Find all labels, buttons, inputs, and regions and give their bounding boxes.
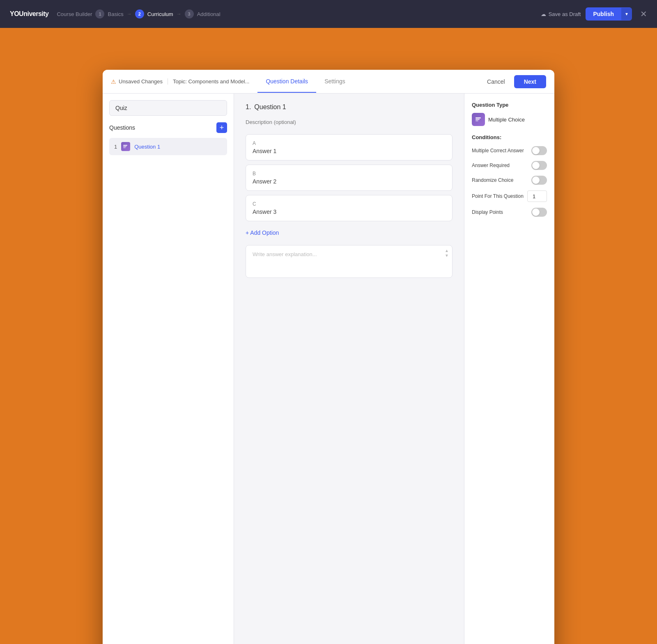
unsaved-label: Unsaved Changes — [119, 78, 163, 85]
randomize-choice-toggle[interactable] — [531, 176, 547, 185]
answer-text-a[interactable]: Answer 1 — [253, 148, 446, 154]
type-icon — [472, 113, 485, 126]
modal: ⚠ Unsaved Changes Topic: Components and … — [103, 70, 554, 644]
question-type-heading: Question Type — [472, 102, 547, 108]
randomize-choice-row: Randomize Choice — [472, 176, 547, 185]
save-draft-label: Save as Draft — [549, 11, 581, 17]
add-option-button[interactable]: + Add Option — [246, 225, 279, 240]
question-number-label: 1. — [246, 103, 251, 111]
publish-button[interactable]: Publish ▾ — [586, 7, 632, 21]
svg-rect-3 — [476, 117, 481, 119]
tab-question-details[interactable]: Question Details — [257, 71, 316, 93]
scroll-up-arrow[interactable]: ▲ — [445, 249, 449, 253]
quiz-label: Quiz — [109, 100, 227, 116]
modal-tabs: Question Details Settings — [257, 71, 477, 93]
point-row: Point For This Question — [472, 190, 547, 202]
next-button[interactable]: Next — [514, 75, 546, 88]
step-2-label: Curriculum — [147, 11, 173, 17]
sidebar: Quiz Questions + 1 Question 1 — [103, 94, 234, 644]
close-button[interactable]: ✕ — [640, 9, 647, 19]
svg-rect-5 — [476, 120, 478, 121]
scroll-arrows: ▲ ▼ — [445, 249, 449, 258]
modal-wrapper: ⚠ Unsaved Changes Topic: Components and … — [103, 37, 554, 644]
question-item-name: Question 1 — [134, 144, 160, 150]
topic-breadcrumb: Topic: Components and Model... — [168, 78, 249, 85]
warning-icon: ⚠ — [111, 78, 116, 85]
type-badge: Multiple Choice — [472, 113, 547, 126]
svg-rect-1 — [123, 146, 126, 147]
list-item[interactable]: 1 Question 1 — [109, 138, 227, 155]
answer-required-toggle[interactable] — [531, 161, 547, 170]
type-name: Multiple Choice — [488, 117, 525, 123]
publish-dropdown-arrow[interactable]: ▾ — [621, 8, 632, 20]
answer-letter-c: C — [253, 201, 446, 207]
step-3-num: 3 — [185, 9, 194, 18]
answer-letter-b: B — [253, 171, 446, 176]
step-3-label: Additional — [197, 11, 221, 17]
scroll-down-arrow[interactable]: ▼ — [445, 254, 449, 258]
answer-option-b: B Answer 2 — [246, 165, 453, 191]
multiple-correct-row: Multiple Correct Answer — [472, 146, 547, 155]
multiple-correct-toggle[interactable] — [531, 146, 547, 155]
description-input[interactable] — [246, 117, 453, 127]
logo-you: YOU — [10, 10, 23, 17]
top-bar: YOUniversity Course Builder 1 Basics → 2… — [0, 0, 657, 28]
answer-required-label: Answer Required — [472, 163, 531, 168]
publish-label: Publish — [586, 7, 621, 21]
question-editor: 1. A Answer 1 B Answer 2 C Answer 3 + — [234, 94, 464, 644]
svg-rect-4 — [476, 119, 480, 120]
questions-title: Questions — [109, 124, 135, 131]
answer-required-row: Answer Required — [472, 161, 547, 170]
question-number: 1 — [114, 144, 117, 150]
explanation-area: Write answer explanation... ▲ ▼ — [246, 245, 453, 278]
save-draft-button[interactable]: ☁ Save as Draft — [541, 11, 581, 17]
arrow-2: → — [177, 11, 181, 17]
logo: YOUniversity — [10, 10, 48, 18]
answer-option-c: C Answer 3 — [246, 195, 453, 221]
top-bar-actions: ☁ Save as Draft Publish ▾ ✕ — [541, 7, 647, 21]
randomize-choice-label: Randomize Choice — [472, 177, 531, 183]
explanation-placeholder: Write answer explanation... — [253, 251, 317, 257]
questions-header: Questions + — [109, 122, 227, 133]
answer-text-b[interactable]: Answer 2 — [253, 178, 446, 185]
answer-letter-a: A — [253, 140, 446, 146]
breadcrumb: Course Builder 1 Basics → 2 Curriculum →… — [57, 9, 532, 18]
modal-topbar: ⚠ Unsaved Changes Topic: Components and … — [103, 70, 554, 94]
cancel-button[interactable]: Cancel — [482, 75, 510, 88]
answer-text-c[interactable]: Answer 3 — [253, 209, 446, 215]
question-title-row: 1. — [246, 103, 453, 111]
tab-settings[interactable]: Settings — [316, 71, 354, 93]
step-1-label: Basics — [108, 11, 123, 17]
multiple-correct-label: Multiple Correct Answer — [472, 148, 531, 154]
logo-niversity: niversity — [23, 10, 48, 17]
display-points-label: Display Points — [472, 209, 531, 215]
modal-body: Quiz Questions + 1 Question 1 — [103, 94, 554, 644]
conditions-heading: Conditions: — [472, 134, 547, 140]
modal-topbar-actions: Cancel Next — [482, 75, 546, 88]
nav-label: Course Builder — [57, 11, 92, 17]
point-input[interactable] — [527, 190, 547, 202]
cloud-icon: ☁ — [541, 11, 546, 17]
step-2-num: 2 — [135, 9, 144, 18]
display-points-toggle[interactable] — [531, 208, 547, 217]
question-title-input[interactable] — [254, 103, 453, 111]
question-type-icon — [121, 142, 130, 151]
svg-rect-2 — [123, 147, 126, 148]
answer-option-a: A Answer 1 — [246, 134, 453, 160]
arrow-1: → — [127, 11, 132, 17]
point-label: Point For This Question — [472, 193, 524, 199]
step-1-num: 1 — [95, 9, 104, 18]
svg-rect-0 — [123, 145, 127, 146]
unsaved-badge: ⚠ Unsaved Changes — [111, 78, 163, 85]
display-points-row: Display Points — [472, 208, 547, 217]
right-panel: Question Type Multiple Choice Conditions… — [464, 94, 554, 644]
add-question-button[interactable]: + — [216, 122, 227, 133]
